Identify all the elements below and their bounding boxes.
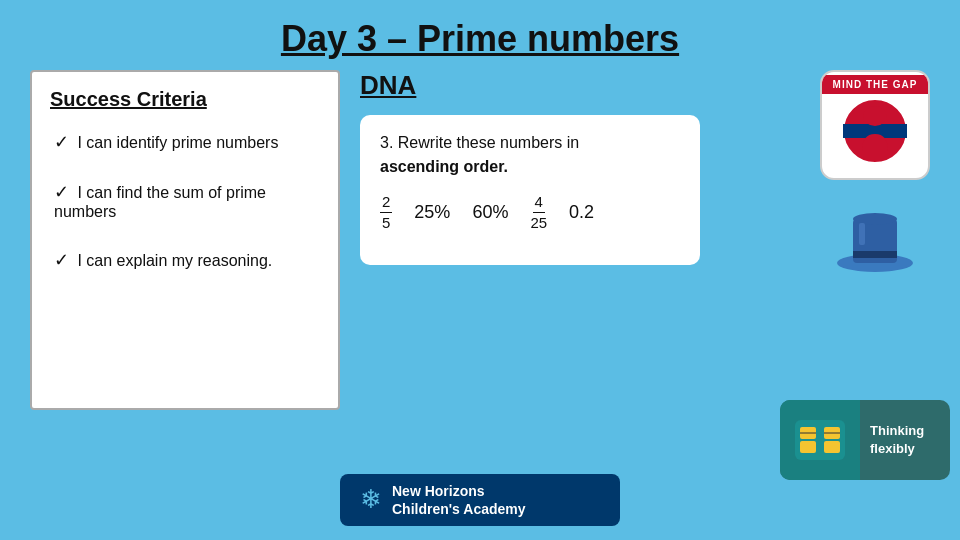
right-icons-column: MIND THE GAP: [820, 70, 930, 280]
fraction-1: 2 5: [380, 193, 392, 232]
criteria-item-3: ✓ I can explain my reasoning.: [50, 249, 320, 271]
top-hat-icon: [830, 200, 920, 280]
thinking-text: Thinking flexibly: [860, 422, 934, 458]
svg-rect-7: [859, 223, 865, 245]
svg-point-5: [853, 213, 897, 225]
fraction-2: 4 25: [530, 193, 547, 232]
school-logo-icon: ❄: [360, 484, 382, 515]
numbers-row: 2 5 25% 60% 4 25 0.2: [380, 193, 680, 232]
mind-the-gap-badge: MIND THE GAP: [820, 70, 930, 180]
percent-25: 25%: [414, 202, 450, 223]
school-name: New Horizons Children's Academy: [392, 482, 526, 518]
success-criteria-box: Success Criteria ✓ I can identify prime …: [30, 70, 340, 410]
dna-box: 3. Rewrite these numbers in ascending or…: [360, 115, 700, 265]
decimal-02: 0.2: [569, 202, 594, 223]
success-criteria-title: Success Criteria: [50, 88, 320, 111]
check-icon-2: ✓: [54, 182, 69, 202]
svg-rect-10: [800, 441, 816, 453]
svg-rect-12: [824, 441, 840, 453]
criteria-item-2: ✓ I can find the sum of prime numbers: [50, 181, 320, 221]
mind-the-gap-face: [840, 96, 910, 176]
thinking-flexibly-box: Thinking flexibly: [780, 400, 950, 480]
school-logo: ❄ New Horizons Children's Academy: [340, 474, 620, 526]
check-icon-3: ✓: [54, 250, 69, 270]
svg-rect-6: [853, 251, 897, 258]
thinking-image: [780, 400, 860, 480]
svg-rect-8: [795, 420, 845, 460]
page-title: Day 3 – Prime numbers: [0, 0, 960, 70]
dna-instruction: 3. Rewrite these numbers in ascending or…: [380, 131, 680, 179]
percent-60: 60%: [472, 202, 508, 223]
main-content: Success Criteria ✓ I can identify prime …: [0, 70, 960, 410]
svg-point-2: [863, 106, 887, 126]
mind-the-gap-strip: MIND THE GAP: [822, 75, 928, 94]
check-icon-1: ✓: [54, 132, 69, 152]
criteria-item-1: ✓ I can identify prime numbers: [50, 131, 320, 153]
